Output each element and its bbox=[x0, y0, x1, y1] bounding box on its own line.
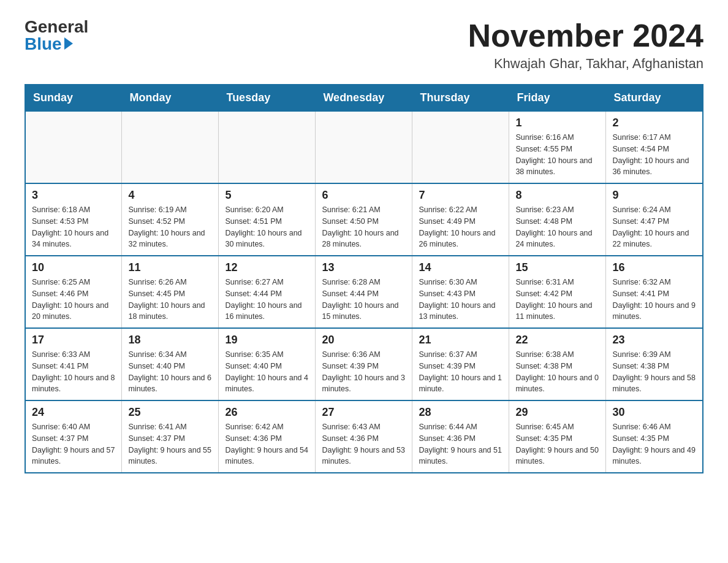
calendar-cell bbox=[412, 111, 509, 183]
weekday-header-tuesday: Tuesday bbox=[219, 85, 316, 111]
calendar-cell: 11Sunrise: 6:26 AMSunset: 4:45 PMDayligh… bbox=[122, 256, 219, 328]
calendar-cell: 8Sunrise: 6:23 AMSunset: 4:48 PMDaylight… bbox=[509, 183, 606, 256]
day-info: Sunrise: 6:34 AMSunset: 4:40 PMDaylight:… bbox=[128, 349, 212, 395]
day-number: 24 bbox=[32, 406, 115, 419]
day-number: 6 bbox=[322, 189, 406, 202]
day-number: 11 bbox=[128, 261, 212, 274]
day-number: 22 bbox=[515, 334, 599, 347]
page-header: General Blue November 2024 Khwajah Ghar,… bbox=[25, 18, 703, 72]
calendar-week-row: 24Sunrise: 6:40 AMSunset: 4:37 PMDayligh… bbox=[25, 400, 703, 473]
day-number: 9 bbox=[612, 189, 696, 202]
calendar-week-row: 3Sunrise: 6:18 AMSunset: 4:53 PMDaylight… bbox=[25, 183, 703, 256]
day-info: Sunrise: 6:35 AMSunset: 4:40 PMDaylight:… bbox=[225, 349, 309, 395]
day-number: 3 bbox=[32, 189, 115, 202]
weekday-header-monday: Monday bbox=[122, 85, 219, 111]
calendar-cell: 7Sunrise: 6:22 AMSunset: 4:49 PMDaylight… bbox=[412, 183, 509, 256]
day-number: 1 bbox=[515, 117, 599, 129]
calendar-cell: 22Sunrise: 6:38 AMSunset: 4:38 PMDayligh… bbox=[509, 328, 606, 400]
day-number: 23 bbox=[612, 334, 696, 347]
day-number: 13 bbox=[322, 261, 406, 274]
calendar-cell: 18Sunrise: 6:34 AMSunset: 4:40 PMDayligh… bbox=[122, 328, 219, 400]
day-number: 28 bbox=[419, 406, 502, 419]
calendar-cell: 6Sunrise: 6:21 AMSunset: 4:50 PMDaylight… bbox=[316, 183, 412, 256]
calendar-cell bbox=[316, 111, 412, 183]
location-subtitle: Khwajah Ghar, Takhar, Afghanistan bbox=[468, 56, 703, 72]
day-info: Sunrise: 6:21 AMSunset: 4:50 PMDaylight:… bbox=[322, 204, 406, 250]
day-info: Sunrise: 6:23 AMSunset: 4:48 PMDaylight:… bbox=[515, 204, 599, 250]
day-number: 15 bbox=[515, 261, 599, 274]
calendar-cell: 2Sunrise: 6:17 AMSunset: 4:54 PMDaylight… bbox=[606, 111, 703, 183]
calendar-cell bbox=[25, 111, 122, 183]
day-info: Sunrise: 6:33 AMSunset: 4:41 PMDaylight:… bbox=[32, 349, 115, 395]
calendar-cell: 5Sunrise: 6:20 AMSunset: 4:51 PMDaylight… bbox=[219, 183, 316, 256]
calendar-cell: 24Sunrise: 6:40 AMSunset: 4:37 PMDayligh… bbox=[25, 400, 122, 473]
day-info: Sunrise: 6:22 AMSunset: 4:49 PMDaylight:… bbox=[419, 204, 502, 250]
calendar-cell: 12Sunrise: 6:27 AMSunset: 4:44 PMDayligh… bbox=[219, 256, 316, 328]
weekday-header-friday: Friday bbox=[509, 85, 606, 111]
day-info: Sunrise: 6:36 AMSunset: 4:39 PMDaylight:… bbox=[322, 349, 406, 395]
day-info: Sunrise: 6:37 AMSunset: 4:39 PMDaylight:… bbox=[419, 349, 502, 395]
calendar-week-row: 10Sunrise: 6:25 AMSunset: 4:46 PMDayligh… bbox=[25, 256, 703, 328]
calendar-cell: 30Sunrise: 6:46 AMSunset: 4:35 PMDayligh… bbox=[606, 400, 703, 473]
day-info: Sunrise: 6:39 AMSunset: 4:38 PMDaylight:… bbox=[612, 349, 696, 395]
calendar-cell: 29Sunrise: 6:45 AMSunset: 4:35 PMDayligh… bbox=[509, 400, 606, 473]
day-info: Sunrise: 6:32 AMSunset: 4:41 PMDaylight:… bbox=[612, 277, 696, 323]
calendar-cell: 21Sunrise: 6:37 AMSunset: 4:39 PMDayligh… bbox=[412, 328, 509, 400]
day-info: Sunrise: 6:43 AMSunset: 4:36 PMDaylight:… bbox=[322, 421, 406, 467]
day-number: 18 bbox=[128, 334, 212, 347]
day-info: Sunrise: 6:16 AMSunset: 4:55 PMDaylight:… bbox=[515, 132, 599, 178]
calendar-table: SundayMondayTuesdayWednesdayThursdayFrid… bbox=[25, 84, 703, 473]
day-number: 10 bbox=[32, 261, 115, 274]
calendar-cell bbox=[122, 111, 219, 183]
logo: General Blue bbox=[25, 18, 88, 53]
calendar-cell: 17Sunrise: 6:33 AMSunset: 4:41 PMDayligh… bbox=[25, 328, 122, 400]
calendar-cell: 26Sunrise: 6:42 AMSunset: 4:36 PMDayligh… bbox=[219, 400, 316, 473]
calendar-cell: 16Sunrise: 6:32 AMSunset: 4:41 PMDayligh… bbox=[606, 256, 703, 328]
day-number: 7 bbox=[419, 189, 502, 202]
calendar-cell: 3Sunrise: 6:18 AMSunset: 4:53 PMDaylight… bbox=[25, 183, 122, 256]
weekday-header-thursday: Thursday bbox=[412, 85, 509, 111]
calendar-week-row: 17Sunrise: 6:33 AMSunset: 4:41 PMDayligh… bbox=[25, 328, 703, 400]
day-number: 25 bbox=[128, 406, 212, 419]
calendar-cell: 23Sunrise: 6:39 AMSunset: 4:38 PMDayligh… bbox=[606, 328, 703, 400]
calendar-cell: 14Sunrise: 6:30 AMSunset: 4:43 PMDayligh… bbox=[412, 256, 509, 328]
day-number: 21 bbox=[419, 334, 502, 347]
day-info: Sunrise: 6:19 AMSunset: 4:52 PMDaylight:… bbox=[128, 204, 212, 250]
weekday-header-wednesday: Wednesday bbox=[316, 85, 412, 111]
day-number: 20 bbox=[322, 334, 406, 347]
day-info: Sunrise: 6:30 AMSunset: 4:43 PMDaylight:… bbox=[419, 277, 502, 323]
day-info: Sunrise: 6:40 AMSunset: 4:37 PMDaylight:… bbox=[32, 421, 115, 467]
month-title: November 2024 bbox=[468, 18, 703, 53]
day-info: Sunrise: 6:31 AMSunset: 4:42 PMDaylight:… bbox=[515, 277, 599, 323]
day-info: Sunrise: 6:46 AMSunset: 4:35 PMDaylight:… bbox=[612, 421, 696, 467]
day-number: 12 bbox=[225, 261, 309, 274]
day-number: 14 bbox=[419, 261, 502, 274]
day-number: 29 bbox=[515, 406, 599, 419]
day-number: 8 bbox=[515, 189, 599, 202]
calendar-cell: 1Sunrise: 6:16 AMSunset: 4:55 PMDaylight… bbox=[509, 111, 606, 183]
calendar-week-row: 1Sunrise: 6:16 AMSunset: 4:55 PMDaylight… bbox=[25, 111, 703, 183]
logo-triangle-icon bbox=[64, 37, 73, 50]
day-info: Sunrise: 6:42 AMSunset: 4:36 PMDaylight:… bbox=[225, 421, 309, 467]
calendar-cell: 19Sunrise: 6:35 AMSunset: 4:40 PMDayligh… bbox=[219, 328, 316, 400]
calendar-header: SundayMondayTuesdayWednesdayThursdayFrid… bbox=[25, 85, 703, 111]
title-block: November 2024 Khwajah Ghar, Takhar, Afgh… bbox=[468, 18, 703, 72]
day-number: 5 bbox=[225, 189, 309, 202]
calendar-cell bbox=[219, 111, 316, 183]
day-number: 2 bbox=[612, 117, 696, 129]
day-number: 16 bbox=[612, 261, 696, 274]
logo-general-text: General bbox=[25, 18, 88, 36]
calendar-cell: 15Sunrise: 6:31 AMSunset: 4:42 PMDayligh… bbox=[509, 256, 606, 328]
day-info: Sunrise: 6:44 AMSunset: 4:36 PMDaylight:… bbox=[419, 421, 502, 467]
day-info: Sunrise: 6:45 AMSunset: 4:35 PMDaylight:… bbox=[515, 421, 599, 467]
weekday-header-sunday: Sunday bbox=[25, 85, 122, 111]
day-info: Sunrise: 6:20 AMSunset: 4:51 PMDaylight:… bbox=[225, 204, 309, 250]
day-info: Sunrise: 6:27 AMSunset: 4:44 PMDaylight:… bbox=[225, 277, 309, 323]
day-info: Sunrise: 6:41 AMSunset: 4:37 PMDaylight:… bbox=[128, 421, 212, 467]
calendar-cell: 4Sunrise: 6:19 AMSunset: 4:52 PMDaylight… bbox=[122, 183, 219, 256]
day-number: 17 bbox=[32, 334, 115, 347]
day-info: Sunrise: 6:24 AMSunset: 4:47 PMDaylight:… bbox=[612, 204, 696, 250]
day-number: 19 bbox=[225, 334, 309, 347]
day-number: 26 bbox=[225, 406, 309, 419]
calendar-cell: 13Sunrise: 6:28 AMSunset: 4:44 PMDayligh… bbox=[316, 256, 412, 328]
